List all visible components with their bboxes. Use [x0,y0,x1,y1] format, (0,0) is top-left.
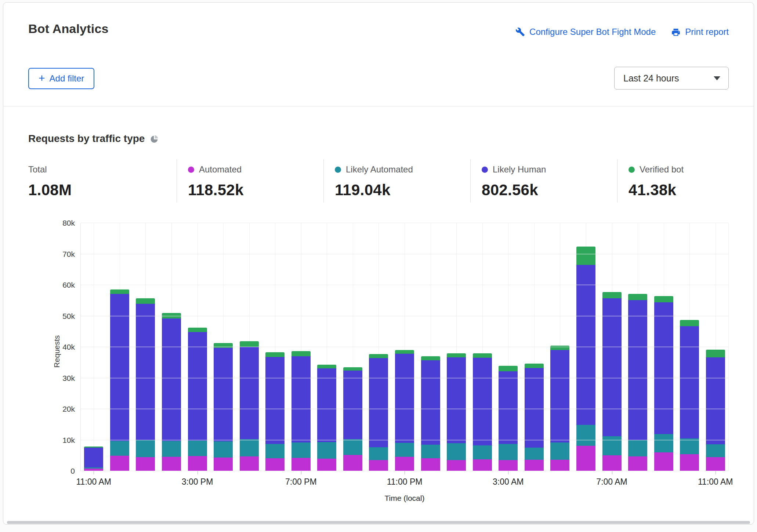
stat-likely-automated[interactable]: Likely Automated 119.04k [323,159,470,203]
bar-segment-verified-bot[interactable] [317,365,336,368]
stacked-bar[interactable] [576,223,595,471]
horizontal-scrollbar[interactable] [7,521,750,524]
stacked-bar[interactable] [369,223,388,471]
bar-segment-likely-human[interactable] [291,356,311,442]
stacked-bar[interactable] [188,223,207,471]
bar-segment-automated[interactable] [136,457,155,471]
bar-segment-verified-bot[interactable] [680,320,699,326]
bar-segment-verified-bot[interactable] [136,298,155,303]
bar-segment-verified-bot[interactable] [421,356,440,360]
stacked-bar[interactable] [240,223,259,471]
stacked-bar[interactable] [395,223,414,471]
stacked-bar[interactable] [421,223,440,471]
stacked-bar[interactable] [654,223,673,471]
stacked-bar[interactable] [706,223,725,471]
bar-segment-likely-automated[interactable] [110,441,129,456]
bar-segment-automated[interactable] [706,457,725,471]
bar-segment-likely-human[interactable] [473,358,492,445]
bar-segment-verified-bot[interactable] [240,341,259,347]
bar-segment-automated[interactable] [628,456,647,471]
stat-automated[interactable]: Automated 118.52k [177,159,323,203]
bar-segment-automated[interactable] [473,459,492,471]
bar-segment-automated[interactable] [447,460,466,471]
bar-segment-verified-bot[interactable] [499,366,518,371]
bar-segment-likely-human[interactable] [395,354,414,443]
bar-segment-automated[interactable] [602,455,622,471]
stacked-bar[interactable] [265,223,285,471]
bar-segment-automated[interactable] [395,457,414,471]
bar-segment-likely-human[interactable] [602,298,622,436]
bar-segment-likely-automated[interactable] [602,436,622,455]
stat-likely-human[interactable]: Likely Human 802.56k [470,159,617,203]
bar-segment-likely-human[interactable] [654,302,673,434]
bar-segment-likely-automated[interactable] [343,439,362,455]
stat-verified-bot[interactable]: Verified bot 41.38k [617,159,729,203]
bar-segment-likely-human[interactable] [576,265,595,425]
bar-segment-likely-automated[interactable] [214,441,233,458]
stacked-bar[interactable] [291,223,311,471]
bar-segment-automated[interactable] [317,459,336,471]
bar-segment-likely-automated[interactable] [550,442,569,459]
bar-segment-likely-automated[interactable] [680,438,699,454]
bar-segment-automated[interactable] [499,460,518,471]
stacked-bar[interactable] [628,223,647,471]
bar-segment-likely-human[interactable] [680,326,699,439]
bar-segment-likely-human[interactable] [265,357,285,444]
bar-segment-verified-bot[interactable] [265,352,285,357]
stacked-bar[interactable] [550,223,569,471]
bar-segment-verified-bot[interactable] [447,353,466,357]
bar-segment-verified-bot[interactable] [110,289,129,294]
bar-segment-likely-automated[interactable] [395,443,414,457]
configure-super-bot-fight-mode-link[interactable]: Configure Super Bot Fight Mode [515,27,656,37]
bar-segment-automated[interactable] [576,446,595,471]
bar-segment-verified-bot[interactable] [550,346,569,350]
bar-segment-likely-automated[interactable] [240,439,259,456]
stacked-bar[interactable] [680,223,699,471]
bar-segment-likely-automated[interactable] [265,444,285,459]
bar-segment-verified-bot[interactable] [525,364,544,368]
bar-segment-likely-human[interactable] [214,348,233,441]
bar-segment-likely-automated[interactable] [188,441,207,456]
bar-segment-likely-human[interactable] [136,304,155,440]
bar-segment-verified-bot[interactable] [576,247,595,265]
bar-segment-automated[interactable] [369,460,388,471]
bar-segment-likely-automated[interactable] [499,444,518,460]
stat-total[interactable]: Total 1.08M [28,159,177,203]
bar-segment-automated[interactable] [680,454,699,471]
bar-segment-verified-bot[interactable] [654,296,673,302]
bar-segment-verified-bot[interactable] [602,292,622,299]
bar-segment-likely-automated[interactable] [628,440,647,457]
bar-segment-automated[interactable] [214,458,233,471]
bar-segment-automated[interactable] [110,456,129,471]
bar-segment-likely-human[interactable] [162,318,181,441]
stacked-bar[interactable] [110,223,129,471]
add-filter-button[interactable]: + Add filter [28,68,94,89]
bar-segment-verified-bot[interactable] [369,354,388,358]
bar-segment-likely-automated[interactable] [369,447,388,460]
bar-segment-verified-bot[interactable] [628,294,647,300]
bar-segment-likely-automated[interactable] [473,445,492,459]
bar-segment-likely-automated[interactable] [654,434,673,453]
bar-segment-automated[interactable] [188,456,207,471]
stacked-bar[interactable] [214,223,233,471]
stacked-bar[interactable] [317,223,336,471]
bar-segment-automated[interactable] [291,458,311,471]
bar-segment-likely-human[interactable] [317,368,336,442]
bar-segment-likely-human[interactable] [447,357,466,443]
bar-segment-likely-automated[interactable] [706,444,725,457]
stacked-bar[interactable] [447,223,466,471]
bar-segment-verified-bot[interactable] [473,353,492,358]
bar-segment-likely-automated[interactable] [136,440,155,457]
stacked-bar[interactable] [525,223,544,471]
bar-segment-likely-human[interactable] [525,368,544,448]
bar-segment-likely-automated[interactable] [576,425,595,446]
bar-segment-likely-automated[interactable] [421,445,440,458]
bar-segment-automated[interactable] [550,460,569,471]
bar-segment-likely-human[interactable] [550,350,569,443]
stacked-bar[interactable] [602,223,622,471]
stacked-bar[interactable] [499,223,518,471]
bar-segment-verified-bot[interactable] [343,367,362,371]
bar-segment-likely-human[interactable] [343,371,362,439]
bar-segment-likely-automated[interactable] [162,441,181,457]
stacked-bar[interactable] [343,223,362,471]
